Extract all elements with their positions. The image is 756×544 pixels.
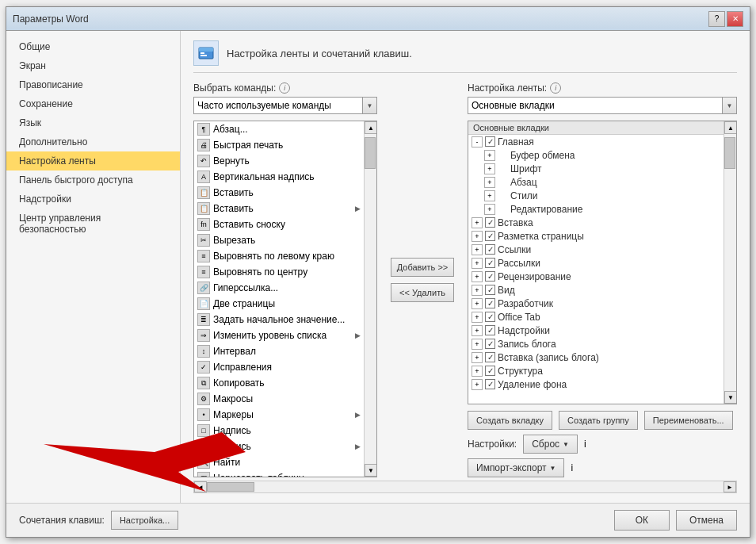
tree-scroll-down[interactable]: ▼ [724, 391, 737, 404]
tree-item[interactable]: +Стили [468, 189, 724, 202]
tree-expand-icon[interactable]: + [472, 231, 483, 242]
tree-item[interactable]: -Главная [468, 135, 724, 148]
command-item[interactable]: 🔍Найти [194, 454, 364, 470]
tree-item[interactable]: +Буфер обмена [468, 148, 724, 162]
close-button[interactable]: ✕ [727, 11, 743, 27]
hscroll-left[interactable]: ◄ [194, 481, 207, 492]
import-export-button[interactable]: Импорт-экспорт ▼ [468, 458, 564, 477]
tree-expand-icon[interactable]: + [484, 163, 495, 174]
sidebar-item-quickaccess[interactable]: Панель быстрого доступа [6, 170, 180, 190]
command-item[interactable]: □Надпись [194, 423, 364, 439]
tree-expand-icon[interactable]: + [484, 177, 495, 188]
tree-item[interactable]: +Разметка страницы [468, 229, 724, 243]
reset-info-icon[interactable]: i [584, 439, 586, 450]
tree-expand-icon[interactable]: + [472, 325, 483, 336]
tree-expand-icon[interactable]: - [472, 136, 483, 147]
tree-checkbox[interactable] [485, 244, 495, 255]
tree-checkbox[interactable] [485, 258, 495, 268]
tree-scroll-thumb[interactable] [724, 137, 735, 169]
tree-expand-icon[interactable]: + [472, 352, 483, 363]
tree-item[interactable]: +Вид [468, 283, 724, 297]
command-item[interactable]: □Надпись▶ [194, 439, 364, 454]
tree-expand-icon[interactable]: + [472, 379, 483, 390]
command-item[interactable]: ✂Вырезать [194, 232, 364, 248]
tree-expand-icon[interactable]: + [472, 217, 483, 228]
command-item[interactable]: fnВставить сноску [194, 216, 364, 232]
tree-expand-icon[interactable]: + [484, 190, 495, 201]
commands-dropdown[interactable]: Часто используемые команды [193, 97, 363, 114]
ok-button[interactable]: ОК [614, 510, 670, 531]
tree-item[interactable]: +Удаление фона [468, 377, 724, 391]
tree-checkbox[interactable] [485, 339, 495, 349]
tree-checkbox[interactable] [485, 271, 495, 282]
scroll-down-arrow[interactable]: ▼ [365, 464, 377, 477]
command-item[interactable]: 🔗Гиперссылка... [194, 280, 364, 296]
command-item[interactable]: ⇒Изменить уровень списка▶ [194, 328, 364, 343]
command-item[interactable]: 🖨Быстрая печать [194, 137, 364, 153]
tree-item[interactable]: +Структура [468, 364, 724, 377]
horizontal-scrollbar[interactable]: ◄ ► [193, 481, 737, 493]
rename-button[interactable]: Переименовать... [644, 411, 733, 430]
command-item[interactable]: ▦Нарисовать таблицу [194, 470, 364, 477]
ribbon-dropdown[interactable]: Основные вкладки [468, 97, 723, 114]
tree-expand-icon[interactable]: + [472, 244, 483, 255]
sidebar-item-ribbon[interactable]: Настройка ленты [6, 151, 180, 170]
command-item[interactable]: AВертикальная надпись [194, 169, 364, 185]
sidebar-item-trust[interactable]: Центр управления безопасностью [6, 209, 180, 239]
help-button[interactable]: ? [708, 11, 725, 27]
sidebar-item-proofing[interactable]: Правописание [6, 75, 180, 94]
tree-expand-icon[interactable]: + [484, 204, 495, 215]
ribbon-dropdown-arrow[interactable]: ▼ [723, 97, 737, 114]
sidebar-item-language[interactable]: Язык [6, 113, 180, 132]
tree-expand-icon[interactable]: + [472, 298, 483, 309]
reset-button[interactable]: Сброс ▼ [523, 435, 578, 454]
tree-item[interactable]: +Office Tab [468, 310, 724, 324]
tree-item[interactable]: +Вставка [468, 216, 724, 229]
tree-scrollbar[interactable]: ▲ ▼ [724, 121, 736, 404]
command-item[interactable]: •Маркеры▶ [194, 407, 364, 423]
shortcut-button[interactable]: Настройка... [111, 511, 178, 530]
create-tab-button[interactable]: Создать вкладку [468, 411, 552, 430]
hscroll-thumb[interactable] [207, 482, 254, 492]
sidebar-item-general[interactable]: Общие [6, 37, 180, 56]
command-item[interactable]: ≡Выровнять по центру [194, 264, 364, 280]
commands-scrollbar[interactable]: ▲ ▼ [364, 121, 376, 477]
command-item[interactable]: 📋Вставить▶ [194, 201, 364, 216]
tree-checkbox[interactable] [485, 379, 495, 389]
add-button[interactable]: Добавить >> [391, 258, 454, 277]
tree-item[interactable]: +Шрифт [468, 162, 724, 175]
scroll-thumb[interactable] [365, 137, 376, 169]
tree-checkbox[interactable] [485, 352, 495, 362]
tree-item[interactable]: +Абзац [468, 175, 724, 189]
command-item[interactable]: ⚙Макросы [194, 391, 364, 407]
tree-item[interactable]: +Рецензирование [468, 270, 724, 283]
tree-expand-icon[interactable]: + [472, 271, 483, 282]
tree-expand-icon[interactable]: + [472, 366, 483, 377]
sidebar-item-advanced[interactable]: Дополнительно [6, 132, 180, 151]
command-item[interactable]: ≡Выровнять по левому краю [194, 248, 364, 264]
tree-checkbox[interactable] [485, 298, 495, 308]
tree-checkbox[interactable] [485, 217, 495, 228]
tree-scroll-track[interactable] [724, 134, 736, 391]
tree-item[interactable]: +Запись блога [468, 337, 724, 351]
command-item[interactable]: 📋Вставить [194, 185, 364, 201]
tree-expand-icon[interactable]: + [472, 339, 483, 350]
command-item[interactable]: ✓Исправления [194, 359, 364, 375]
command-item[interactable]: ¶Абзац... [194, 121, 364, 137]
command-item[interactable]: ⧉Копировать [194, 375, 364, 391]
scroll-track[interactable] [365, 134, 376, 464]
import-export-info-icon[interactable]: i [571, 462, 573, 473]
sidebar-item-display[interactable]: Экран [6, 56, 180, 75]
tree-checkbox[interactable] [485, 285, 495, 295]
tree-expand-icon[interactable]: + [472, 312, 483, 323]
sidebar-item-addins[interactable]: Надстройки [6, 190, 180, 209]
remove-button[interactable]: << Удалить [391, 283, 454, 302]
commands-info-icon[interactable]: i [279, 82, 290, 94]
tree-scroll-up[interactable]: ▲ [724, 121, 737, 134]
tree-item[interactable]: +Рассылки [468, 256, 724, 270]
ribbon-info-icon[interactable]: i [550, 82, 561, 94]
scroll-up-arrow[interactable]: ▲ [365, 121, 377, 134]
hscroll-right[interactable]: ► [724, 481, 736, 492]
tree-checkbox[interactable] [485, 231, 495, 241]
command-item[interactable]: ≣Задать начальное значение... [194, 312, 364, 328]
